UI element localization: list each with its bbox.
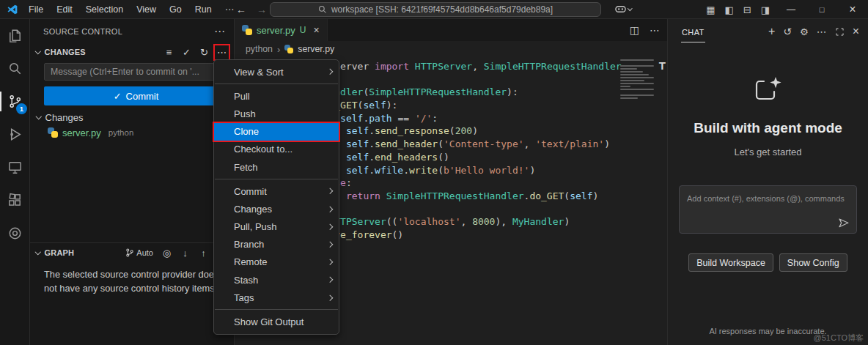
commit-check-icon[interactable]: ✓ [180, 46, 193, 59]
menu-item-pull-push[interactable]: Pull, Push [214, 218, 339, 236]
menubar-item-view[interactable]: View [130, 1, 163, 18]
menubar-item-selection[interactable]: Selection [79, 1, 130, 18]
tab-bar: server.py U × ◫ ⋯ [235, 19, 667, 41]
menu-item-stash[interactable]: Stash [214, 271, 339, 289]
menu-item-label: Fetch [234, 162, 258, 173]
breadcrumb[interactable]: python › server.py [235, 41, 667, 57]
submenu-chevron-icon [326, 294, 332, 300]
menu-item-remote[interactable]: Remote [214, 253, 339, 271]
forward-icon[interactable]: → [257, 4, 267, 15]
toggle-sidebar-icon[interactable]: ◧ [725, 4, 734, 15]
copilot-icon[interactable] [614, 3, 632, 15]
commit-message-input[interactable]: Message (Ctrl+Enter to commit on '... [44, 63, 228, 81]
graph-repo-auto-button[interactable]: Auto [125, 247, 155, 259]
sidebar-item-extensions[interactable] [0, 184, 29, 217]
menu-item-pull[interactable]: Pull [214, 87, 339, 105]
git-status-badge: U [300, 25, 306, 35]
breadcrumb-folder[interactable]: python [246, 44, 273, 54]
commit-button-label: Commit [126, 91, 159, 102]
sidebar-item-explorer[interactable] [0, 19, 29, 52]
graph-section-header[interactable]: GRAPH Auto ◎ ↓ ↑ ↻ [30, 243, 234, 262]
menu-item-label: Pull, Push [234, 221, 277, 232]
toggle-secondary-sidebar-icon[interactable]: ◨ [761, 4, 770, 15]
chat-history-icon[interactable]: ↺ [783, 26, 792, 37]
menu-item-push[interactable]: Push [214, 105, 339, 122]
menu-item-changes[interactable]: Changes [214, 200, 339, 218]
sidebar-item-remote-explorer[interactable] [0, 151, 29, 184]
remote-explorer-icon [7, 159, 23, 176]
sidebar-more-actions-icon[interactable]: ⋯ [214, 25, 225, 38]
changes-section-header[interactable]: CHANGES ≡ ✓ ↻ ⋯ [30, 44, 234, 60]
sidebar-item-run-debug[interactable] [0, 118, 29, 151]
chat-input[interactable]: Add context (#), extensions (@), command… [679, 185, 857, 234]
changed-file-row[interactable]: server.py python [30, 125, 234, 141]
menu-item-branch[interactable]: Branch [214, 236, 339, 253]
menu-item-label: Changes [234, 204, 272, 215]
sidebar-item-extension-misc[interactable] [0, 217, 29, 250]
menu-item-commit[interactable]: Commit [214, 182, 339, 200]
close-window-icon[interactable]: × [837, 3, 868, 16]
chat-heading: Build with agent mode [668, 120, 868, 136]
maximize-panel-icon[interactable] [835, 27, 845, 37]
gear-icon[interactable]: ⚙ [800, 26, 809, 37]
menu-item-label: Branch [234, 239, 264, 250]
editor-more-actions-icon[interactable]: ⋯ [650, 24, 660, 36]
minimap[interactable] [620, 59, 655, 100]
show-config-button[interactable]: Show Config [779, 253, 847, 272]
minimap-line [620, 74, 649, 75]
tab-chat[interactable]: CHAT [681, 21, 705, 42]
build-workspace-button[interactable]: Build Workspace [688, 253, 773, 272]
submenu-chevron-icon [326, 224, 332, 230]
menubar-item-file[interactable]: File [22, 1, 50, 18]
run-debug-icon [7, 126, 23, 143]
more-actions-icon[interactable]: ⋯ [216, 46, 228, 59]
minimap-line [620, 86, 630, 87]
split-editor-icon[interactable]: ◫ [630, 24, 639, 36]
menu-item-view-sort[interactable]: View & Sort [214, 63, 339, 81]
breadcrumb-file[interactable]: server.py [298, 44, 334, 54]
chat-subheading: Let's get started [668, 146, 868, 157]
maximize-icon[interactable]: □ [806, 5, 837, 14]
menu-item-clone[interactable]: Clone [214, 123, 339, 141]
minimize-icon[interactable]: — [776, 4, 806, 15]
menu-item-checkout-to[interactable]: Checkout to... [214, 141, 339, 158]
close-tab-icon[interactable]: × [313, 24, 319, 36]
toggle-panel-icon[interactable]: ⊟ [743, 4, 751, 15]
chat-header: CHAT + ↺ ⚙ ⋯ × [668, 19, 868, 44]
menu-item-tags[interactable]: Tags [214, 289, 339, 306]
editor-overlay-glyph: T [659, 59, 666, 72]
new-chat-icon[interactable]: + [768, 25, 775, 38]
refresh-icon[interactable]: ↻ [198, 46, 210, 59]
minimap-line [620, 59, 654, 61]
menubar-item-go[interactable]: Go [163, 1, 188, 18]
close-panel-icon[interactable]: × [853, 25, 859, 38]
chat-panel: CHAT + ↺ ⚙ ⋯ × Build with agent mode Let… [667, 19, 868, 345]
push-icon[interactable]: ↑ [197, 247, 210, 259]
send-icon[interactable] [837, 217, 850, 229]
chat-body: Build with agent mode Let's get started … [668, 44, 868, 345]
menu-item-fetch[interactable]: Fetch [214, 158, 339, 176]
back-icon[interactable]: ← [236, 4, 246, 15]
target-icon[interactable]: ◎ [161, 247, 173, 259]
commit-button[interactable]: ✓ Commit [44, 86, 228, 105]
fetch-icon[interactable]: ↓ [179, 247, 191, 259]
chat-more-actions-icon[interactable]: ⋯ [817, 26, 827, 37]
menubar-item-edit[interactable]: Edit [50, 1, 79, 18]
sidebar-item-search[interactable] [0, 52, 29, 85]
minimap-line [620, 68, 637, 70]
command-center-search[interactable]: workspace [SSH: 6421f69f45754dd8b646af5d… [270, 2, 601, 17]
menu-item-label: Clone [234, 126, 259, 137]
customize-layout-icon[interactable]: ▦ [706, 4, 715, 15]
menu-item-label: Remote [234, 256, 268, 267]
submenu-chevron-icon [326, 277, 332, 283]
sidebar-item-source-control[interactable]: 1 [0, 85, 29, 118]
menu-item-show-git-output[interactable]: Show Git Output [214, 313, 339, 330]
breadcrumb-separator-icon: › [277, 44, 280, 55]
menubar-item-run[interactable]: Run [188, 1, 218, 18]
extension-misc-icon [7, 225, 23, 242]
graph-section: GRAPH Auto ◎ ↓ ↑ ↻ The selected source c… [30, 242, 234, 295]
menu-item-label: Commit [234, 186, 267, 197]
view-sort-icon[interactable]: ≡ [163, 46, 175, 59]
changes-tree-group[interactable]: Changes [30, 110, 234, 125]
tab-server-py[interactable]: server.py U × [235, 19, 328, 41]
